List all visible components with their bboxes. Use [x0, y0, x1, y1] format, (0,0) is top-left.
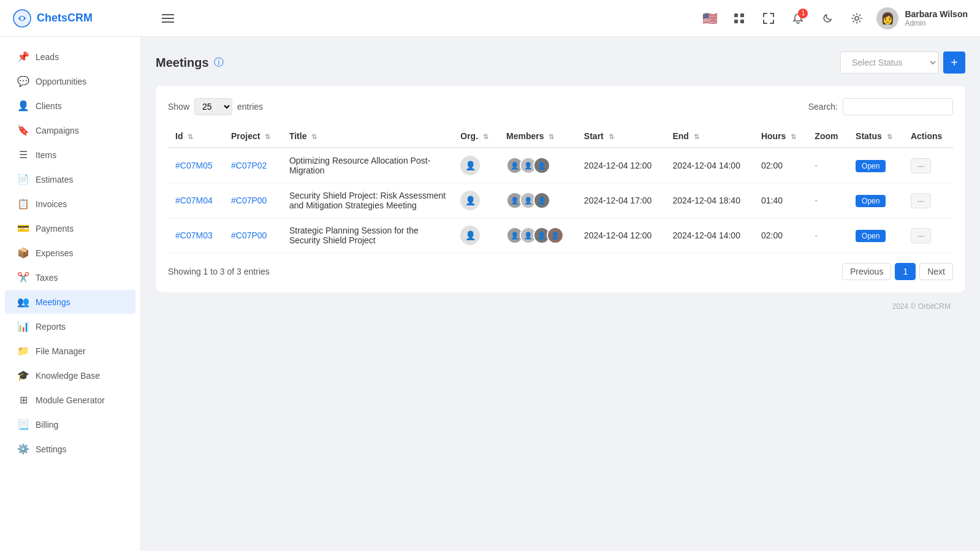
cell-id: #C07M05	[168, 148, 224, 183]
cell-actions: ···	[903, 148, 953, 183]
meeting-id-link[interactable]: #C07M03	[175, 230, 213, 240]
svg-point-1	[20, 17, 24, 20]
cell-start: 2024-12-04 17:00	[577, 183, 666, 218]
notification-badge: 1	[798, 9, 808, 18]
cell-status: Open	[848, 183, 903, 218]
page-actions: Select Status Open Closed +	[840, 51, 965, 74]
svg-rect-2	[734, 13, 738, 17]
action-button[interactable]: ···	[911, 158, 931, 173]
header-left: ChetsCRM	[12, 9, 177, 28]
billing-icon: 📃	[17, 419, 29, 430]
project-link[interactable]: #C07P02	[231, 161, 267, 170]
meeting-id-link[interactable]: #C07M05	[175, 161, 213, 170]
notifications-icon[interactable]: 1	[788, 9, 808, 28]
meeting-id-link[interactable]: #C07M04	[175, 196, 213, 205]
col-hours[interactable]: Hours ⇅	[754, 125, 807, 148]
col-end[interactable]: End ⇅	[665, 125, 754, 148]
page-title-area: Meetings ⓘ	[156, 56, 224, 70]
logo-icon	[12, 9, 32, 28]
sidebar-label-campaigns: Campaigns	[36, 126, 79, 135]
estimates-icon: 📄	[17, 173, 29, 185]
fullscreen-icon[interactable]	[759, 9, 778, 28]
sidebar-item-payments[interactable]: 💳Payments	[5, 216, 135, 240]
col-project[interactable]: Project ⇅	[224, 125, 282, 148]
col-title[interactable]: Title ⇅	[282, 125, 453, 148]
sidebar-item-leads[interactable]: 📌Leads	[5, 45, 135, 69]
sort-icon-members: ⇅	[549, 133, 554, 140]
info-icon[interactable]: ⓘ	[214, 56, 224, 69]
project-link[interactable]: #C07P00	[231, 230, 267, 240]
status-badge: Open	[856, 195, 886, 207]
col-start[interactable]: Start ⇅	[577, 125, 666, 148]
sort-icon-start: ⇅	[609, 133, 614, 140]
pagination-info: Showing 1 to 3 of 3 entries	[168, 267, 270, 276]
sidebar-label-settings: Settings	[36, 444, 67, 454]
status-select[interactable]: Select Status Open Closed	[840, 51, 938, 74]
user-name: Barbara Wilson	[905, 9, 968, 19]
main-content: Meetings ⓘ Select Status Open Closed + S…	[141, 37, 980, 551]
sidebar-item-knowledge-base[interactable]: 🎓Knowledge Base	[5, 363, 135, 387]
header-right: 🇺🇸 1	[700, 7, 968, 29]
next-button[interactable]: Next	[919, 263, 953, 280]
cell-org: 👤	[453, 218, 499, 253]
project-link[interactable]: #C07P00	[231, 196, 267, 205]
knowledge-base-icon: 🎓	[17, 370, 29, 381]
sidebar-item-items[interactable]: ☰Items	[5, 143, 135, 167]
cell-id: #C07M04	[168, 183, 224, 218]
sidebar-item-settings[interactable]: ⚙️Settings	[5, 437, 135, 461]
sidebar-item-opportunities[interactable]: 💬Opportunities	[5, 69, 135, 93]
sidebar-item-billing[interactable]: 📃Billing	[5, 412, 135, 436]
sidebar-item-module-generator[interactable]: ⊞Module Generator	[5, 388, 135, 412]
user-role: Admin	[905, 19, 968, 28]
svg-point-6	[855, 17, 859, 20]
zoom-value: -	[815, 161, 818, 170]
col-zoom: Zoom	[807, 125, 848, 148]
table-row: #C07M03#C07P00Strategic Planning Session…	[168, 218, 953, 253]
action-button[interactable]: ···	[911, 193, 931, 208]
add-meeting-button[interactable]: +	[943, 51, 965, 74]
sidebar-item-invoices[interactable]: 📋Invoices	[5, 192, 135, 216]
col-members[interactable]: Members ⇅	[499, 125, 577, 148]
search-input[interactable]	[843, 98, 953, 115]
expenses-icon: 📦	[17, 247, 29, 259]
sidebar-item-file-manager[interactable]: 📁File Manager	[5, 339, 135, 363]
col-status[interactable]: Status ⇅	[848, 125, 903, 148]
sidebar-item-taxes[interactable]: ✂️Taxes	[5, 265, 135, 289]
sidebar-label-file-manager: File Manager	[36, 346, 86, 356]
sort-icon-hours: ⇅	[791, 133, 796, 140]
cell-members: 👤👤👤👤	[499, 218, 577, 253]
hamburger-menu[interactable]	[159, 12, 177, 25]
avatar: 👩	[876, 7, 898, 29]
svg-rect-5	[740, 20, 744, 23]
cell-status: Open	[848, 218, 903, 253]
apps-icon[interactable]	[729, 9, 749, 28]
sidebar-item-reports[interactable]: 📊Reports	[5, 314, 135, 338]
action-button[interactable]: ···	[911, 228, 931, 243]
svg-rect-4	[734, 20, 738, 23]
entries-select[interactable]: 102550100	[194, 98, 232, 115]
page-1-button[interactable]: 1	[895, 263, 916, 280]
reports-icon: 📊	[17, 321, 29, 332]
cell-actions: ···	[903, 218, 953, 253]
cell-zoom: -	[807, 183, 848, 218]
sidebar-label-opportunities: Opportunities	[36, 77, 86, 86]
sidebar-item-campaigns[interactable]: 🔖Campaigns	[5, 118, 135, 142]
language-flag[interactable]: 🇺🇸	[700, 9, 720, 28]
sidebar-item-clients[interactable]: 👤Clients	[5, 94, 135, 118]
col-org[interactable]: Org. ⇅	[453, 125, 499, 148]
sidebar-item-estimates[interactable]: 📄Estimates	[5, 167, 135, 191]
org-avatar: 👤	[460, 191, 480, 210]
previous-button[interactable]: Previous	[842, 263, 891, 280]
theme-toggle-icon[interactable]	[818, 9, 837, 28]
sidebar-label-knowledge-base: Knowledge Base	[36, 371, 100, 381]
sidebar-item-expenses[interactable]: 📦Expenses	[5, 241, 135, 265]
col-id[interactable]: Id ⇅	[168, 125, 224, 148]
sidebar-label-estimates: Estimates	[36, 175, 73, 184]
app-logo[interactable]: ChetsCRM	[12, 9, 147, 28]
sidebar-item-meetings[interactable]: 👥Meetings	[5, 290, 135, 314]
settings-icon[interactable]	[847, 9, 867, 28]
user-profile[interactable]: 👩 Barbara Wilson Admin	[876, 7, 968, 29]
cell-title: Strategic Planning Session for the Secur…	[282, 218, 453, 253]
members-group: 👤👤👤👤	[506, 227, 569, 244]
zoom-value: -	[815, 196, 818, 205]
